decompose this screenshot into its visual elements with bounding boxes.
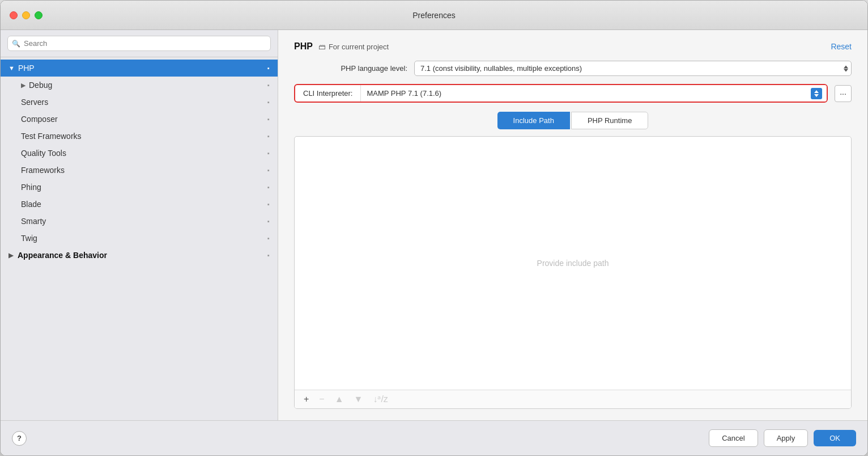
- sidebar-item-appearance-behavior[interactable]: ▶ Appearance & Behavior ▪: [1, 247, 278, 264]
- window-icon: ▪: [267, 65, 270, 71]
- include-path-placeholder: Provide include path: [295, 137, 851, 390]
- sidebar-items: ▼ PHP ▪ ▶ Debug ▪ Servers ▪ Composer: [1, 57, 278, 420]
- search-icon: 🔍: [12, 40, 20, 48]
- search-container: 🔍: [1, 30, 278, 57]
- tab-include-path[interactable]: Include Path: [497, 112, 570, 129]
- for-project-label: 🗃 For current project: [318, 43, 389, 51]
- cli-select-wrapper: MAMP PHP 7.1 (7.1.6): [360, 85, 827, 102]
- chevron-right-icon: ▶: [21, 82, 25, 89]
- sidebar-item-test-frameworks[interactable]: Test Frameworks ▪: [1, 128, 278, 145]
- cancel-button[interactable]: Cancel: [709, 429, 758, 447]
- window-icon: ▪: [267, 99, 270, 105]
- panel-header: PHP 🗃 For current project Reset: [294, 41, 852, 52]
- panel-title: PHP: [294, 41, 313, 52]
- language-level-label: PHP language level:: [294, 64, 407, 73]
- window-icon: ▪: [267, 116, 270, 123]
- language-level-select[interactable]: 7.1 (const visibility, nullables, multip…: [414, 61, 852, 76]
- window-icon: ▪: [267, 252, 270, 259]
- window-icon: ▪: [267, 218, 270, 225]
- search-wrapper: 🔍: [7, 36, 271, 51]
- window-icon: ▪: [267, 167, 270, 174]
- move-up-button[interactable]: ▲: [333, 395, 346, 404]
- sidebar-item-smarty[interactable]: Smarty ▪: [1, 213, 278, 230]
- language-level-select-wrapper: 7.1 (const visibility, nullables, multip…: [414, 61, 852, 76]
- sidebar-item-label: Phing: [21, 183, 267, 192]
- sidebar-item-label: Blade: [21, 200, 267, 209]
- sidebar-item-frameworks[interactable]: Frameworks ▪: [1, 162, 278, 179]
- window-icon: ▪: [267, 133, 270, 140]
- window-icon: ▪: [267, 201, 270, 208]
- sidebar-item-twig[interactable]: Twig ▪: [1, 230, 278, 247]
- sidebar-item-servers[interactable]: Servers ▪: [1, 94, 278, 111]
- titlebar: Preferences: [1, 1, 867, 30]
- cli-more-button[interactable]: ···: [835, 85, 852, 102]
- sidebar-item-label: PHP: [18, 64, 267, 73]
- chevron-right-icon: ▶: [8, 252, 13, 259]
- move-down-button[interactable]: ▼: [352, 395, 365, 404]
- bottom-bar: ? Cancel Apply OK: [1, 420, 867, 455]
- cli-interpreter-select[interactable]: MAMP PHP 7.1 (7.1.6): [361, 85, 827, 102]
- bottom-right: Cancel Apply OK: [709, 429, 856, 447]
- cli-interpreter-wrapper: CLI Interpreter: MAMP PHP 7.1 (7.1.6): [294, 84, 828, 103]
- reset-button[interactable]: Reset: [831, 42, 852, 51]
- language-level-row: PHP language level: 7.1 (const visibilit…: [294, 61, 852, 76]
- sidebar-item-label: Quality Tools: [21, 149, 267, 158]
- project-icon: 🗃: [318, 43, 326, 51]
- sidebar-item-label: Composer: [21, 115, 267, 124]
- tabs-row: Include Path PHP Runtime: [294, 112, 852, 129]
- sidebar-item-composer[interactable]: Composer ▪: [1, 111, 278, 128]
- window-icon: ▪: [267, 150, 270, 157]
- sidebar-item-label: Smarty: [21, 217, 267, 226]
- sidebar-item-phing[interactable]: Phing ▪: [1, 179, 278, 196]
- sidebar-item-php[interactable]: ▼ PHP ▪: [1, 60, 278, 77]
- apply-button[interactable]: Apply: [764, 429, 809, 447]
- cli-interpreter-row: CLI Interpreter: MAMP PHP 7.1 (7.1.6) ··…: [294, 84, 852, 103]
- sidebar-item-label: Debug: [29, 81, 267, 90]
- remove-path-button[interactable]: −: [317, 395, 326, 404]
- cli-interpreter-label: CLI Interpreter:: [295, 85, 360, 102]
- right-panel: PHP 🗃 For current project Reset PHP lang…: [278, 30, 867, 420]
- window-icon: ▪: [267, 184, 270, 191]
- chevron-down-icon: ▼: [8, 65, 15, 71]
- help-button[interactable]: ?: [12, 431, 27, 446]
- sidebar-item-debug[interactable]: ▶ Debug ▪: [1, 77, 278, 94]
- tab-php-runtime[interactable]: PHP Runtime: [571, 112, 649, 129]
- add-path-button[interactable]: +: [301, 395, 311, 404]
- sidebar-item-label: Frameworks: [21, 166, 267, 175]
- window-icon: ▪: [267, 82, 270, 88]
- preferences-window: Preferences 🔍 ▼ PHP ▪ ▶ D: [0, 0, 868, 456]
- sidebar-item-quality-tools[interactable]: Quality Tools ▪: [1, 145, 278, 162]
- search-input[interactable]: [7, 36, 271, 51]
- close-button[interactable]: [10, 11, 18, 19]
- sidebar-item-label: Test Frameworks: [21, 132, 267, 141]
- ok-button[interactable]: OK: [814, 430, 856, 446]
- sidebar-item-label: Twig: [21, 234, 267, 243]
- maximize-button[interactable]: [35, 11, 42, 19]
- sidebar-item-label: Servers: [21, 98, 267, 107]
- path-toolbar: + − ▲ ▼ ↓ᵃ/z: [295, 390, 851, 408]
- main-content: 🔍 ▼ PHP ▪ ▶ Debug ▪: [1, 30, 867, 420]
- include-path-area: Provide include path + − ▲ ▼ ↓ᵃ/z: [294, 136, 852, 409]
- sidebar-item-blade[interactable]: Blade ▪: [1, 196, 278, 213]
- sidebar: 🔍 ▼ PHP ▪ ▶ Debug ▪: [1, 30, 278, 420]
- minimize-button[interactable]: [22, 11, 30, 19]
- window-icon: ▪: [267, 235, 270, 242]
- traffic-lights: [10, 11, 42, 19]
- sort-button[interactable]: ↓ᵃ/z: [371, 395, 390, 404]
- sidebar-item-label: Appearance & Behavior: [18, 251, 107, 260]
- window-title: Preferences: [412, 11, 455, 20]
